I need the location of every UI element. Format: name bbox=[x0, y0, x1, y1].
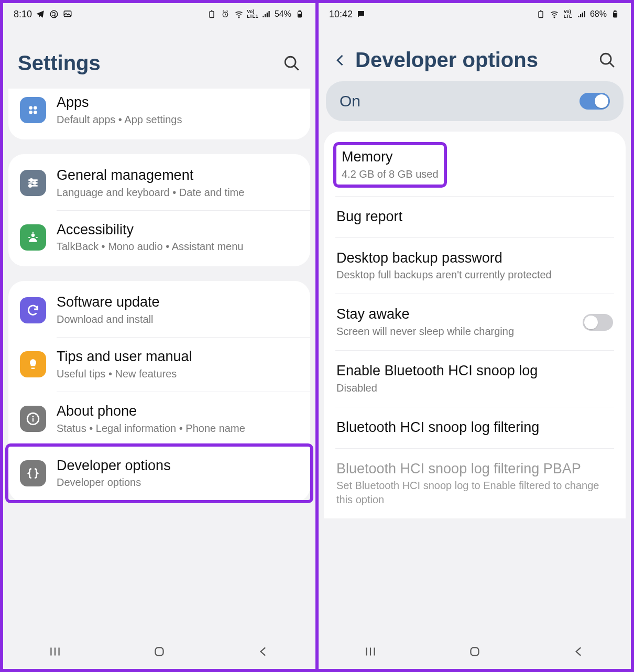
row-title: Bug report bbox=[336, 208, 613, 226]
dev-row-hcifilter[interactable]: Bluetooth HCI snoop log filtering bbox=[324, 407, 626, 448]
row-toggle[interactable] bbox=[583, 314, 613, 331]
settings-row-apps[interactable]: AppsDefault apps • App settings bbox=[8, 89, 310, 137]
nav-recents[interactable] bbox=[361, 642, 380, 661]
svg-point-0 bbox=[50, 10, 58, 18]
settings-group: Software updateDownload and installTips … bbox=[8, 281, 310, 502]
row-title: Accessibility bbox=[57, 221, 299, 239]
svg-point-18 bbox=[32, 416, 34, 417]
svg-point-8 bbox=[285, 57, 296, 67]
row-text: Desktop backup passwordDesktop full back… bbox=[336, 250, 613, 283]
settings-row-developer[interactable]: Developer optionsDeveloper options bbox=[8, 447, 310, 501]
master-toggle-label: On bbox=[340, 92, 360, 110]
search-button[interactable] bbox=[598, 51, 616, 69]
row-text: Software updateDownload and install bbox=[57, 294, 299, 327]
battery-saver-icon bbox=[206, 9, 217, 19]
signal-icon bbox=[576, 9, 587, 19]
svg-point-12 bbox=[34, 111, 37, 114]
wifi-icon bbox=[549, 9, 560, 19]
nav-home[interactable] bbox=[150, 642, 169, 661]
bulb-icon bbox=[20, 351, 46, 377]
svg-point-4 bbox=[238, 17, 239, 18]
page-title: Developer options bbox=[355, 48, 591, 72]
status-time: 10:42 bbox=[329, 9, 353, 20]
svg-rect-21 bbox=[539, 12, 543, 18]
row-title: About phone bbox=[57, 403, 299, 420]
settings-group: General managementLanguage and keyboard … bbox=[8, 154, 310, 267]
dev-row-bugreport[interactable]: Bug report bbox=[324, 197, 626, 237]
svg-point-13 bbox=[30, 179, 32, 181]
row-title: General management bbox=[57, 167, 299, 185]
svg-rect-25 bbox=[614, 13, 617, 16]
signal-icon bbox=[261, 9, 271, 19]
nav-home[interactable] bbox=[465, 642, 484, 661]
settings-row-about[interactable]: About phoneStatus • Legal information • … bbox=[8, 392, 310, 446]
settings-row-software[interactable]: Software updateDownload and install bbox=[8, 283, 310, 337]
row-subtitle: Screen will never sleep while charging bbox=[336, 324, 572, 339]
page-header: Settings bbox=[3, 25, 315, 89]
row-text: About phoneStatus • Legal information • … bbox=[57, 403, 299, 436]
row-subtitle: Useful tips • New features bbox=[57, 367, 299, 381]
row-subtitle: 4.2 GB of 8 GB used bbox=[342, 167, 439, 181]
svg-point-14 bbox=[34, 182, 36, 184]
row-subtitle: Developer options bbox=[57, 475, 299, 490]
svg-rect-19 bbox=[32, 418, 34, 422]
row-text: Memory4.2 GB of 8 GB used bbox=[342, 148, 439, 181]
svg-point-22 bbox=[554, 17, 555, 18]
row-text: Bug report bbox=[336, 208, 613, 226]
battery-icon bbox=[610, 9, 620, 19]
settings-row-general[interactable]: General managementLanguage and keyboard … bbox=[8, 156, 310, 210]
master-toggle[interactable] bbox=[580, 93, 610, 110]
status-bar: 8:10 Vo)LTE1 54% bbox=[3, 3, 315, 25]
row-text: Stay awakeScreen will never sleep while … bbox=[336, 306, 572, 339]
dev-row-hcilog[interactable]: Enable Bluetooth HCI snoop logDisabled bbox=[324, 351, 626, 407]
volte-icon: Vo)LTE1 bbox=[247, 9, 258, 19]
nav-bar bbox=[3, 634, 315, 669]
info-icon bbox=[20, 406, 46, 432]
whatsapp-icon bbox=[49, 9, 59, 19]
master-toggle-bar[interactable]: On bbox=[326, 81, 624, 121]
status-time: 8:10 bbox=[14, 9, 32, 20]
image-icon bbox=[62, 9, 73, 19]
battery-icon bbox=[294, 9, 305, 19]
page-header: Developer options bbox=[319, 25, 631, 81]
search-button[interactable] bbox=[283, 55, 301, 72]
developer-options-list[interactable]: Memory4.2 GB of 8 GB usedBug reportDeskt… bbox=[319, 132, 631, 634]
settings-list[interactable]: AppsDefault apps • App settingsGeneral m… bbox=[3, 89, 315, 634]
volte-icon: Vo)LTE bbox=[563, 9, 573, 19]
dev-row-desktopbackup[interactable]: Desktop backup passwordDesktop full back… bbox=[324, 238, 626, 294]
row-text: General managementLanguage and keyboard … bbox=[57, 167, 299, 200]
nav-recents[interactable] bbox=[46, 642, 64, 661]
svg-rect-2 bbox=[210, 12, 214, 18]
phone-right-developer: 10:42 Vo)LTE 68% Developer options On Me… bbox=[319, 0, 634, 672]
settings-row-accessibility[interactable]: AccessibilityTalkBack • Mono audio • Ass… bbox=[8, 211, 310, 265]
svg-point-9 bbox=[29, 106, 32, 110]
svg-point-26 bbox=[600, 53, 611, 64]
row-title: Tips and user manual bbox=[57, 348, 299, 366]
back-button[interactable] bbox=[333, 53, 348, 68]
row-subtitle: Status • Legal information • Phone name bbox=[57, 421, 299, 436]
row-text: Bluetooth HCI snoop log filtering PBAPSe… bbox=[336, 460, 613, 507]
svg-rect-24 bbox=[614, 11, 616, 12]
row-title: Software update bbox=[57, 294, 299, 311]
row-subtitle: Disabled bbox=[336, 381, 613, 395]
row-subtitle: Desktop full backups aren't currently pr… bbox=[336, 268, 613, 282]
settings-row-tips[interactable]: Tips and user manualUseful tips • New fe… bbox=[8, 338, 310, 392]
row-title: Developer options bbox=[57, 457, 299, 475]
dev-row-stayawake[interactable]: Stay awakeScreen will never sleep while … bbox=[324, 294, 626, 350]
status-bar: 10:42 Vo)LTE 68% bbox=[319, 3, 631, 25]
svg-rect-27 bbox=[471, 647, 478, 655]
phone-left-settings: 8:10 Vo)LTE1 54% Settings AppsDefault ap… bbox=[0, 0, 319, 672]
svg-rect-7 bbox=[299, 14, 301, 17]
grid-icon bbox=[20, 97, 46, 123]
row-subtitle: TalkBack • Mono audio • Assistant menu bbox=[57, 240, 299, 254]
settings-group: AppsDefault apps • App settings bbox=[8, 89, 310, 139]
alarm-icon bbox=[220, 9, 231, 19]
dev-row-hcipbap: Bluetooth HCI snoop log filtering PBAPSe… bbox=[324, 449, 626, 519]
svg-point-11 bbox=[29, 111, 32, 114]
braces-icon bbox=[20, 460, 46, 486]
dev-row-memory[interactable]: Memory4.2 GB of 8 GB used bbox=[324, 134, 626, 196]
row-text: Developer optionsDeveloper options bbox=[57, 457, 299, 490]
nav-back[interactable] bbox=[254, 642, 273, 661]
nav-back[interactable] bbox=[570, 642, 588, 661]
row-title: Bluetooth HCI snoop log filtering bbox=[336, 419, 613, 437]
